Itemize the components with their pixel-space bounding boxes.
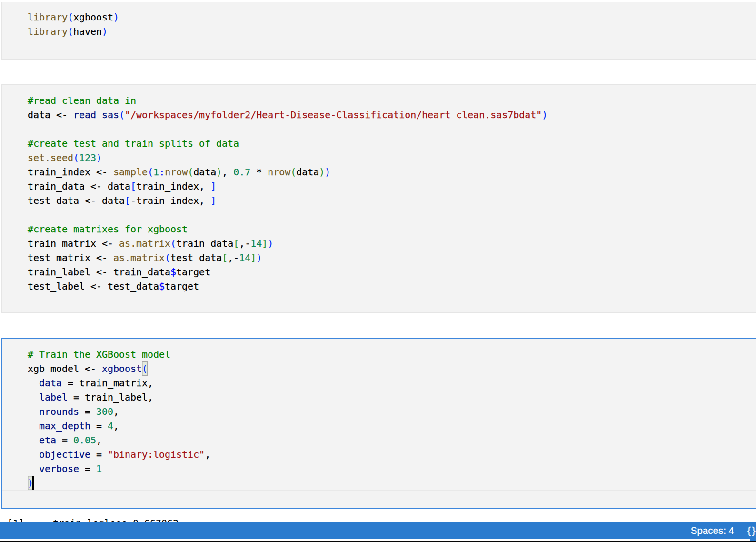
code-line: data = train_matrix, [28,376,210,390]
current-line-highlight-top-border [2,476,756,476]
code-line: test_label <- test_data$target [28,279,547,293]
status-bar: Spaces: 4 {} [0,522,756,539]
code-line: test_data <- data[-train_index, ] [28,193,547,208]
code-line: nrounds = 300, [28,404,210,419]
code-line: objective = "binary:logistic", [28,447,210,462]
code-line: #create test and train splits of data [28,136,547,151]
code-line: train_index <- sample(1:nrow(data), 0.7 … [28,165,547,179]
vscode-notebook-window: { "palette": { "page_bg": "#ffffff", "ce… [0,0,756,542]
status-bar-braces-icon[interactable]: {} [747,522,756,539]
code-line: train_label <- train_data$target [28,265,547,279]
text-cursor [32,476,34,490]
code-line: max_depth = 4, [28,419,210,433]
current-line-highlight-bottom-border [2,490,756,491]
indent-guide [28,376,28,476]
code-line: test_matrix <- as.matrix(test_data[,-14]… [28,251,547,265]
code-line: #read clean data in [28,93,547,108]
code-line: library(xgboost) [28,10,119,24]
code-line: train_matrix <- as.matrix(train_data[,-1… [28,236,547,251]
cell-2-code-editor[interactable]: #read clean data indata <- read_sas("/wo… [28,93,547,293]
cell-3-code-editor[interactable]: # Train the XGBoost modelxgb_model <- xg… [28,347,210,490]
code-line: data <- read_sas("/workspaces/myfolder2/… [28,108,547,122]
code-line: set.seed(123) [28,151,547,165]
code-line [28,208,547,222]
code-line: xgb_model <- xgboost( [28,361,210,376]
code-line: library(haven) [28,24,119,39]
code-line: verbose = 1 [28,462,210,476]
cell-1-code-editor[interactable]: library(xgboost)library(haven) [28,10,119,39]
code-line: #create matrixes for xgboost [28,222,547,236]
code-line: train_data <- data[train_index, ] [28,179,547,193]
code-line: # Train the XGBoost model [28,347,210,361]
code-line: ) [28,476,210,490]
code-line: label = train_label, [28,390,210,404]
code-line: eta = 0.05, [28,433,210,447]
code-line [28,122,547,136]
status-bar-indentation-item[interactable]: Spaces: 4 [691,522,734,539]
